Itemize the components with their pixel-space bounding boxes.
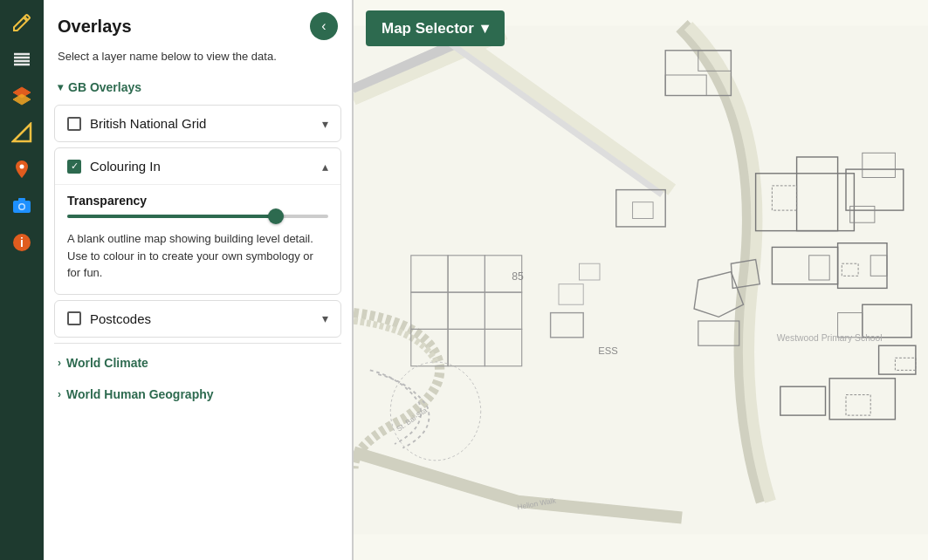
svg-marker-6 bbox=[13, 124, 31, 141]
camera-icon[interactable] bbox=[6, 190, 38, 222]
list-icon[interactable] bbox=[6, 44, 38, 75]
layer-description-colouring-in: A blank outline map showing building lev… bbox=[67, 230, 328, 282]
layer-row-postcodes[interactable]: Postcodes ▾ bbox=[55, 301, 340, 337]
layer-chevron-colouring-in: ▴ bbox=[322, 160, 328, 174]
sidebar-description: Select a layer name below to view the da… bbox=[44, 49, 352, 75]
layer-row-british-national-grid[interactable]: British National Grid ▾ bbox=[55, 106, 340, 141]
map-label-85: 85 bbox=[512, 270, 524, 283]
checkbox-british-national-grid[interactable] bbox=[67, 117, 81, 131]
slider-thumb[interactable] bbox=[268, 208, 284, 224]
layer-name-british-national-grid: British National Grid bbox=[90, 116, 206, 131]
collapse-button[interactable]: ‹ bbox=[310, 12, 338, 40]
sidebar-divider-1 bbox=[54, 343, 341, 344]
world-climate-link[interactable]: › World Climate bbox=[44, 347, 352, 379]
layer-name-colouring-in: Colouring In bbox=[90, 159, 161, 174]
pencil-icon[interactable] bbox=[6, 7, 38, 38]
checkbox-postcodes[interactable] bbox=[67, 311, 81, 325]
transparency-slider[interactable] bbox=[67, 215, 328, 218]
world-climate-label: World Climate bbox=[66, 356, 148, 370]
sidebar-title: Overlays bbox=[58, 17, 132, 37]
layer-item-colouring-in: Colouring In ▴ Transparency A blank outl… bbox=[54, 147, 341, 295]
layer-row-colouring-in[interactable]: Colouring In ▴ bbox=[55, 148, 340, 184]
info-icon[interactable]: i bbox=[6, 227, 38, 258]
svg-point-8 bbox=[20, 165, 24, 169]
map-canvas[interactable]: 85 ESS Westwood Primary School St. Bai-S… bbox=[354, 0, 928, 560]
slider-fill bbox=[67, 215, 276, 218]
layer-item-postcodes: Postcodes ▾ bbox=[54, 300, 341, 338]
sidebar-scrollable: ▾ GB Overlays British National Grid ▾ Co… bbox=[44, 75, 352, 560]
location-icon[interactable] bbox=[6, 154, 38, 185]
world-human-geography-chevron: › bbox=[58, 388, 61, 400]
layer-chevron-postcodes: ▾ bbox=[322, 311, 328, 325]
map-area: Map Selector ▾ bbox=[354, 0, 928, 560]
layer-chevron-british-national-grid: ▾ bbox=[322, 117, 328, 131]
gb-overlays-chevron: ▾ bbox=[58, 81, 63, 93]
map-selector-chevron: ▾ bbox=[481, 19, 489, 38]
map-selector-label: Map Selector bbox=[382, 20, 474, 38]
map-label-ess: ESS bbox=[598, 345, 618, 356]
gb-overlays-group[interactable]: ▾ GB Overlays bbox=[44, 75, 352, 99]
map-selector-button[interactable]: Map Selector ▾ bbox=[366, 10, 505, 46]
svg-text:i: i bbox=[20, 236, 24, 249]
layer-item-british-national-grid: British National Grid ▾ bbox=[54, 105, 341, 142]
checkbox-colouring-in[interactable] bbox=[67, 160, 81, 174]
toolbar: i bbox=[0, 0, 44, 560]
triangle-icon[interactable] bbox=[6, 117, 38, 148]
sidebar: Overlays ‹ Select a layer name below to … bbox=[44, 0, 354, 560]
layers-icon[interactable] bbox=[6, 80, 38, 112]
svg-marker-5 bbox=[13, 94, 31, 105]
world-human-geography-link[interactable]: › World Human Geography bbox=[44, 379, 352, 410]
world-human-geography-label: World Human Geography bbox=[66, 387, 214, 401]
slider-track bbox=[67, 215, 328, 218]
layer-expanded-colouring-in: Transparency A blank outline map showing… bbox=[55, 184, 340, 294]
map-label-school: Westwood Primary School bbox=[777, 334, 883, 344]
layer-name-postcodes: Postcodes bbox=[90, 311, 151, 326]
svg-point-11 bbox=[20, 205, 24, 209]
svg-rect-15 bbox=[354, 26, 928, 535]
svg-rect-12 bbox=[18, 198, 25, 201]
transparency-label: Transparency bbox=[67, 194, 328, 208]
world-climate-chevron: › bbox=[58, 357, 61, 369]
sidebar-header: Overlays ‹ bbox=[44, 0, 352, 49]
gb-overlays-label: GB Overlays bbox=[68, 80, 141, 94]
